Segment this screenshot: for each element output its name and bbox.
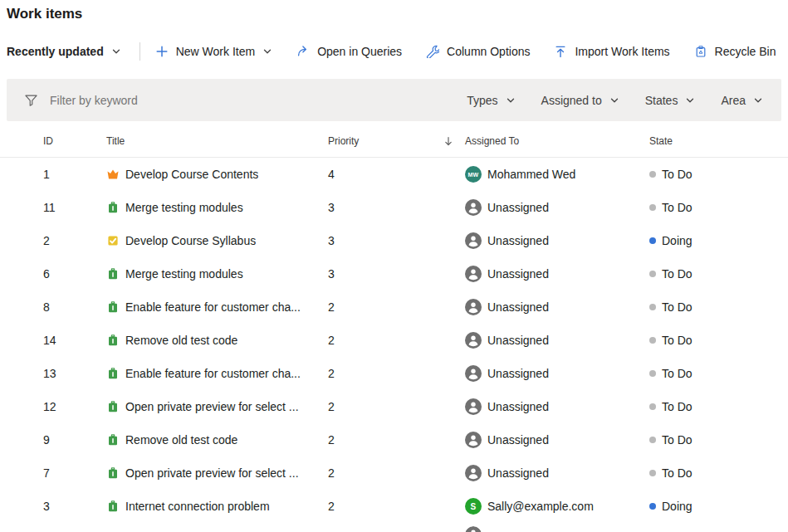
filter-keyword-input[interactable] <box>48 93 467 108</box>
work-item-priority: 2 <box>328 400 465 413</box>
chevron-down-icon <box>111 46 121 56</box>
column-header-state[interactable]: State <box>649 135 788 147</box>
upload-arrow-icon <box>554 45 567 58</box>
work-item-title[interactable]: Merge testing modules <box>125 267 243 281</box>
work-item-title[interactable]: Develop Course Contents <box>125 168 258 181</box>
recycle-bin-button[interactable]: Recycle Bin <box>694 45 776 58</box>
states-filter-dropdown[interactable]: States <box>645 94 696 107</box>
assigned-to-filter-label: Assigned to <box>541 94 602 107</box>
table-header: ID Title Priority Assigned To State <box>0 124 788 158</box>
task-icon <box>106 267 120 281</box>
unassigned-avatar <box>465 365 482 382</box>
task-icon <box>106 300 120 314</box>
work-item-id: 13 <box>43 367 106 380</box>
assignee-name: Unassigned <box>487 234 549 247</box>
assignee-name: Unassigned <box>487 433 549 447</box>
work-item-row[interactable]: 2 Develop Course Syllabus 3 Unassigned D… <box>0 224 788 257</box>
open-in-queries-label: Open in Queries <box>317 45 402 58</box>
assignee-name: Unassigned <box>487 400 549 413</box>
filter-dropdowns: Types Assigned to States Area <box>467 94 763 107</box>
sort-descending-icon <box>443 135 454 147</box>
work-item-priority: 2 <box>328 500 465 513</box>
work-item-title[interactable]: Open private preview for select ... <box>125 400 299 413</box>
state-dot <box>649 437 656 443</box>
work-items-rows: 1 Develop Course Contents 4 MW Mohammed … <box>0 158 788 523</box>
area-filter-label: Area <box>721 94 746 107</box>
work-item-id: 7 <box>43 466 106 480</box>
work-item-id: 11 <box>43 201 106 214</box>
state-label: Doing <box>662 500 693 513</box>
work-item-id: 6 <box>43 267 106 281</box>
open-in-queries-button[interactable]: Open in Queries <box>296 45 402 58</box>
column-header-id[interactable]: ID <box>43 135 106 147</box>
work-item-title[interactable]: Remove old test code <box>125 334 237 347</box>
chevron-down-icon <box>609 95 619 105</box>
work-item-id: 3 <box>43 500 106 513</box>
state-label: To Do <box>662 334 693 347</box>
state-dot <box>649 337 656 344</box>
work-item-priority: 2 <box>328 466 465 480</box>
assigned-to-filter-dropdown[interactable]: Assigned to <box>541 94 619 107</box>
assignee-name: Unassigned <box>487 201 549 214</box>
assignee-name: Unassigned <box>487 466 549 480</box>
work-item-row[interactable]: 3 Internet connection problem 2 S Sally@… <box>0 490 788 523</box>
work-item-title[interactable]: Internet connection problem <box>125 500 270 513</box>
work-item-row[interactable]: 8 Enable feature for customer cha... 2 U… <box>0 290 788 324</box>
state-label: To Do <box>662 466 693 480</box>
new-work-item-button[interactable]: New Work Item <box>155 45 272 58</box>
column-header-assigned-to[interactable]: Assigned To <box>465 135 649 147</box>
state-dot <box>649 271 656 277</box>
import-work-items-button[interactable]: Import Work Items <box>554 45 669 58</box>
work-item-title[interactable]: Enable feature for customer cha... <box>125 367 301 380</box>
unassigned-avatar <box>465 199 482 216</box>
work-item-title[interactable]: Develop Course Syllabus <box>125 234 256 247</box>
assignee-name: Mohammed Wed <box>487 168 575 181</box>
state-label: To Do <box>662 367 693 380</box>
priority-header-label: Priority <box>328 135 359 147</box>
issue-icon <box>106 234 120 247</box>
state-label: To Do <box>662 201 693 214</box>
work-item-title[interactable]: Open private preview for select ... <box>125 466 299 480</box>
work-item-id: 2 <box>43 234 106 247</box>
task-icon <box>106 334 120 347</box>
work-item-row[interactable]: 6 Merge testing modules 3 Unassigned To … <box>0 257 788 290</box>
work-item-priority: 3 <box>328 201 465 214</box>
work-item-title[interactable]: Enable feature for customer cha... <box>125 300 301 314</box>
work-item-row[interactable]: 13 Enable feature for customer cha... 2 … <box>0 357 788 390</box>
work-item-row[interactable]: 7 Open private preview for select ... 2 … <box>0 456 788 490</box>
view-selector-label: Recently updated <box>7 45 104 58</box>
work-item-id: 8 <box>43 300 106 314</box>
work-item-row[interactable]: 12 Open private preview for select ... 2… <box>0 390 788 423</box>
view-selector-dropdown[interactable]: Recently updated <box>7 45 121 58</box>
recycle-bin-icon <box>694 45 707 58</box>
work-items-page: Work items Recently updated New Work Ite… <box>0 0 788 532</box>
task-icon <box>106 400 120 413</box>
work-item-row[interactable]: 11 Merge testing modules 3 Unassigned To… <box>0 191 788 224</box>
recycle-bin-label: Recycle Bin <box>715 45 776 58</box>
work-item-priority: 3 <box>328 234 465 247</box>
work-item-title[interactable]: Merge testing modules <box>125 201 243 214</box>
task-icon <box>106 500 120 513</box>
column-options-button[interactable]: Column Options <box>426 45 530 58</box>
wrench-icon <box>426 45 439 58</box>
work-item-row[interactable]: 14 Remove old test code 2 Unassigned To … <box>0 324 788 357</box>
assignee-name: Unassigned <box>487 267 549 281</box>
toolbar-divider <box>139 42 140 61</box>
open-in-queries-icon <box>296 45 310 58</box>
column-header-priority[interactable]: Priority <box>328 135 465 147</box>
state-dot <box>649 171 656 178</box>
work-item-row[interactable]: 1 Develop Course Contents 4 MW Mohammed … <box>0 158 788 191</box>
unassigned-avatar <box>465 266 482 282</box>
column-header-title[interactable]: Title <box>106 135 328 147</box>
task-icon <box>106 433 120 447</box>
area-filter-dropdown[interactable]: Area <box>721 94 763 107</box>
work-item-priority: 2 <box>328 300 465 314</box>
work-item-row[interactable]: 9 Remove old test code 2 Unassigned To D… <box>0 423 788 456</box>
chevron-down-icon <box>262 46 272 56</box>
chevron-down-icon <box>506 95 516 105</box>
state-dot <box>649 403 656 410</box>
work-item-title[interactable]: Remove old test code <box>125 433 237 447</box>
types-filter-dropdown[interactable]: Types <box>467 94 515 107</box>
state-dot <box>649 237 656 244</box>
unassigned-avatar <box>465 232 482 249</box>
